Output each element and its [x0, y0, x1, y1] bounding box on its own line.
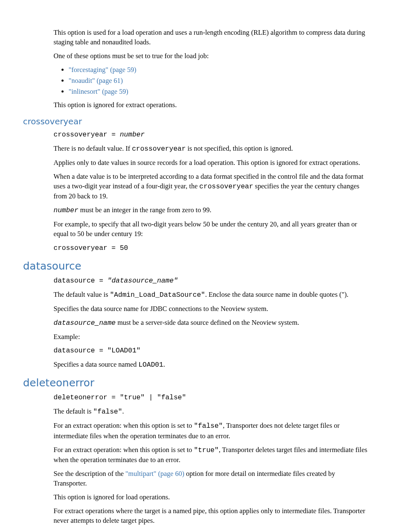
link-inlinesort[interactable]: "inlinesort" (page 59)	[69, 87, 128, 95]
paragraph: For extract operations where the target …	[54, 506, 368, 525]
paragraph: This option is ignored for extract opera…	[54, 100, 368, 110]
paragraph: The default value is "Admin_Load_DataSou…	[54, 290, 368, 300]
paragraph: For an extract operation: when this opti…	[54, 445, 368, 465]
paragraph: For an extract operation: when this opti…	[54, 421, 368, 440]
paragraph: This option is used for a load operation…	[54, 28, 368, 47]
link-forcestaging[interactable]: "forcestaging" (page 59)	[69, 66, 136, 74]
link-multipart[interactable]: "multipart" (page 60)	[125, 470, 184, 478]
paragraph: Applies only to date values in source re…	[54, 158, 368, 167]
paragraph: This option is ignored for load operatio…	[54, 492, 368, 502]
paragraph: For example, to specify that all two-dig…	[54, 219, 368, 239]
heading-datasource: datasource	[23, 259, 368, 273]
paragraph: Specifies the data source name for JDBC …	[54, 304, 368, 314]
syntax-line: datasource = "datasource_name"	[54, 276, 368, 285]
code-example: datasource = "LOAD01"	[54, 346, 368, 355]
paragraph: When a date value is to be interpreted a…	[54, 172, 368, 201]
paragraph: See the description of the "multipart" (…	[54, 469, 368, 488]
options-list: "forcestaging" (page 59) "noaudit" (page…	[54, 65, 368, 96]
paragraph: number must be an integer in the range f…	[54, 205, 368, 215]
syntax-line: crossoveryear = number	[54, 130, 368, 139]
link-noaudit[interactable]: "noaudit" (page 61)	[69, 77, 123, 85]
paragraph: One of these options must be set to true…	[54, 51, 368, 61]
code-example: crossoveryear = 50	[54, 243, 368, 253]
paragraph: Example:	[54, 332, 368, 342]
paragraph: Specifies a data source named LOAD01.	[54, 360, 368, 370]
heading-deleteonerror: deleteonerror	[23, 375, 368, 390]
paragraph: The default is "false".	[54, 406, 368, 416]
paragraph: There is no default value. If crossovery…	[54, 144, 368, 154]
paragraph: datasource_name must be a server-side da…	[54, 318, 368, 328]
syntax-line: deleteonerror = "true" | "false"	[54, 393, 368, 402]
heading-crossoveryear: crossoveryear	[23, 116, 368, 127]
